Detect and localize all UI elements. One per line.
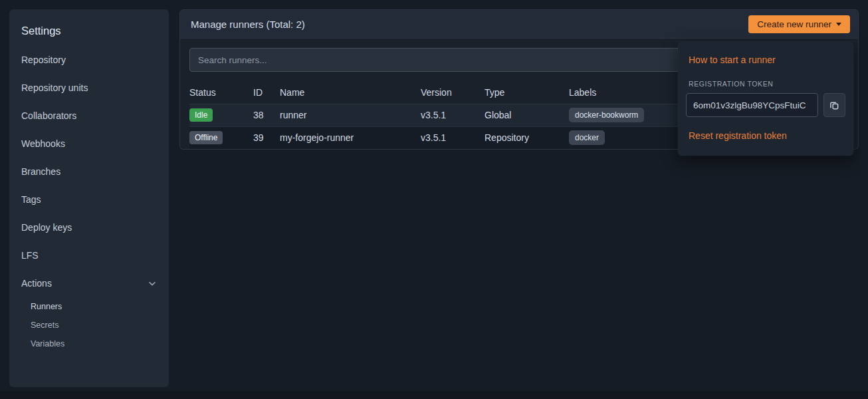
copy-token-button[interactable]	[823, 93, 845, 117]
runner-type: Repository	[485, 126, 569, 149]
sidebar-subitem-label: Secrets	[31, 321, 58, 330]
sidebar-item-deploy-keys[interactable]: Deploy keys	[9, 213, 169, 241]
create-new-runner-button[interactable]: Create new runner	[748, 15, 850, 33]
runner-id: 39	[253, 126, 280, 149]
chevron-down-icon	[836, 23, 841, 26]
chevron-down-icon	[148, 279, 157, 288]
column-header-type: Type	[485, 81, 569, 104]
token-row	[686, 93, 845, 117]
sidebar-subitem-label: Runners	[31, 302, 62, 311]
sidebar-item-lfs[interactable]: LFS	[9, 241, 169, 269]
footer-band	[0, 391, 868, 399]
sidebar-item-actions[interactable]: Actions	[9, 269, 169, 297]
runner-version: v3.5.1	[421, 104, 485, 126]
sidebar-item-collaborators[interactable]: Collaborators	[9, 102, 169, 130]
registration-token-input[interactable]	[686, 93, 818, 117]
runners-main: Manage runners (Total: 2) Create new run…	[179, 9, 859, 150]
runner-label-chip: docker	[569, 130, 605, 145]
sidebar-item-label: Repository	[21, 55, 66, 65]
sidebar-subitem-label: Variables	[31, 339, 64, 348]
sidebar-item-label: Branches	[21, 166, 60, 177]
sidebar-item-label: Collaborators	[21, 110, 76, 121]
column-header-id: ID	[253, 81, 280, 104]
status-badge: Offline	[189, 131, 223, 144]
runner-id: 38	[253, 104, 280, 126]
copy-icon	[829, 100, 839, 110]
page-title: Manage runners (Total: 2)	[191, 19, 305, 30]
sidebar-item-repository-units[interactable]: Repository units	[9, 74, 169, 102]
reset-registration-token-link[interactable]: Reset registration token	[686, 126, 845, 145]
manage-runners-header: Manage runners (Total: 2) Create new run…	[179, 9, 859, 39]
column-header-name: Name	[280, 81, 421, 104]
status-badge: Idle	[189, 108, 213, 122]
column-header-status: Status	[189, 81, 253, 104]
sidebar-title: Settings	[9, 16, 169, 46]
sidebar-item-label: LFS	[21, 250, 39, 261]
sidebar-subitem-runners[interactable]: Runners	[9, 297, 169, 316]
sidebar-item-label: Repository units	[21, 82, 88, 93]
sidebar-item-label: Actions	[21, 278, 52, 289]
runner-type: Global	[485, 104, 569, 126]
how-to-start-runner-link[interactable]: How to start a runner	[686, 51, 845, 69]
sidebar-subitem-variables[interactable]: Variables	[9, 334, 169, 353]
sidebar-subitem-secrets[interactable]: Secrets	[9, 316, 169, 334]
runner-name: my-forgejo-runner	[280, 126, 421, 149]
sidebar-item-label: Deploy keys	[21, 222, 72, 233]
create-new-runner-label: Create new runner	[757, 19, 831, 29]
sidebar-item-branches[interactable]: Branches	[9, 158, 169, 186]
settings-sidebar: Settings Repository Repository units Col…	[9, 9, 169, 387]
runner-name: runner	[280, 104, 421, 126]
registration-token-panel: How to start a runner REGISTRATION TOKEN…	[678, 42, 853, 156]
sidebar-item-label: Tags	[21, 194, 41, 205]
sidebar-item-repository[interactable]: Repository	[9, 46, 169, 74]
runner-version: v3.5.1	[421, 126, 485, 149]
column-header-version: Version	[421, 81, 485, 104]
sidebar-item-label: Webhooks	[21, 138, 65, 149]
sidebar-item-tags[interactable]: Tags	[9, 186, 169, 213]
sidebar-item-webhooks[interactable]: Webhooks	[9, 130, 169, 158]
registration-token-label: REGISTRATION TOKEN	[689, 80, 843, 88]
runner-label-chip: docker-bookworm	[569, 108, 644, 122]
